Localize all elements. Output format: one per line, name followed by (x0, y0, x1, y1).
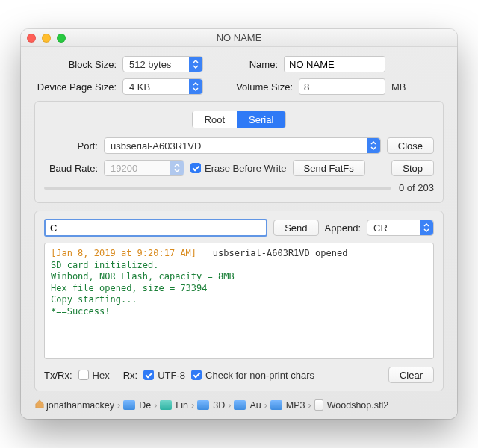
nonprint-checkbox[interactable]: Check for non-print chars (191, 370, 314, 381)
crumb-item[interactable]: Au (249, 400, 261, 411)
port-select[interactable]: usbserial-A603R1VD (104, 137, 381, 154)
command-input[interactable] (44, 219, 267, 237)
progress-text: 0 of 203 (399, 182, 434, 193)
crumb-item[interactable]: MP3 (286, 400, 305, 411)
home-icon (34, 399, 45, 411)
volume-size-label: Volume Size: (233, 81, 293, 93)
progress-bar (44, 187, 391, 190)
traffic-lights (27, 34, 66, 43)
terminal-timestamp: [Jan 8, 2019 at 9:20:17 AM] (51, 248, 196, 258)
top-row-1: Block Size: 512 bytes Name: (34, 56, 444, 72)
device-page-size-label: Device Page Size: (34, 81, 117, 93)
name-field[interactable] (284, 56, 385, 72)
chevron-updown-icon (189, 79, 202, 94)
append-select[interactable]: CR (367, 220, 434, 236)
folder-icon (234, 400, 246, 410)
name-label: Name: (233, 59, 278, 70)
utf8-checkbox[interactable]: UTF-8 (143, 370, 185, 381)
baud-rate-value: 19200 (111, 163, 137, 174)
breadcrumb: jonathanmackey › De › Lin › 3D › Au › MP… (34, 399, 444, 411)
stop-button[interactable]: Stop (391, 160, 434, 176)
clear-button[interactable]: Clear (388, 367, 434, 383)
terminal-open-msg: usbserial-A603R1VD opened (196, 248, 347, 258)
port-label: Port: (44, 140, 98, 152)
erase-before-write-label: Erase Before Write (205, 163, 287, 174)
block-size-select[interactable]: 512 bytes (122, 56, 203, 72)
content: Block Size: 512 bytes Name: Device Page … (21, 47, 457, 419)
append-value: CR (373, 223, 388, 234)
chevron-updown-icon (367, 138, 380, 153)
chevron-updown-icon (420, 220, 433, 235)
baud-rate-label: Baud Rate: (44, 163, 98, 174)
serial-panel: Root Serial Port: usbserial-A603R1VD Clo… (34, 101, 444, 203)
tab-serial[interactable]: Serial (237, 111, 285, 128)
document-icon (314, 399, 323, 411)
top-row-2: Device Page Size: 4 KB Volume Size: MB (34, 78, 444, 95)
crumb-item[interactable]: 3D (213, 400, 225, 411)
crumb-item[interactable]: De (139, 400, 151, 411)
crumb-home[interactable]: jonathanmackey (46, 400, 114, 411)
folder-icon (123, 400, 135, 410)
chevron-updown-icon (170, 161, 184, 175)
erase-before-write-checkbox[interactable]: Erase Before Write (190, 163, 287, 174)
rx-label: Rx: (123, 370, 138, 381)
folder-icon (270, 400, 282, 410)
minimize-icon[interactable] (42, 34, 51, 43)
crumb-file[interactable]: Woodshop.sfl2 (327, 400, 388, 411)
device-page-size-select[interactable]: 4 KB (122, 78, 203, 95)
append-label: Append: (325, 223, 361, 234)
port-value: usbserial-A603R1VD (111, 140, 201, 152)
txrx-label: Tx/Rx: (44, 370, 72, 381)
folder-icon (160, 400, 172, 410)
tab-group: Root Serial (192, 111, 287, 128)
crumb-item[interactable]: Lin (176, 400, 188, 411)
block-size-value: 512 bytes (129, 59, 171, 70)
window-title: NO NAME (217, 32, 262, 43)
terminal-lines: SD card initialized. Winbond, NOR Flash,… (51, 260, 235, 317)
close-icon[interactable] (27, 34, 36, 43)
send-button[interactable]: Send (273, 220, 318, 236)
block-size-label: Block Size: (34, 59, 117, 70)
volume-size-field[interactable] (299, 78, 385, 95)
close-button[interactable]: Close (387, 137, 434, 154)
volume-size-unit: MB (391, 81, 406, 93)
chevron-updown-icon (189, 57, 202, 72)
baud-rate-select: 19200 (104, 160, 184, 176)
device-page-size-value: 4 KB (129, 81, 150, 93)
terminal-output: [Jan 8, 2019 at 9:20:17 AM] usbserial-A6… (44, 243, 434, 359)
progress-row: 0 of 203 (44, 182, 434, 193)
folder-icon (197, 400, 209, 410)
send-fatfs-button[interactable]: Send FatFs (293, 160, 365, 176)
titlebar: NO NAME (21, 29, 457, 47)
zoom-icon[interactable] (57, 34, 66, 43)
app-window: NO NAME Block Size: 512 bytes Name: Devi… (21, 29, 457, 419)
terminal-panel: Send Append: CR [Jan 8, 2019 at 9:20:17 … (34, 211, 444, 391)
hex-checkbox[interactable]: Hex (78, 370, 110, 381)
tab-root[interactable]: Root (193, 111, 237, 128)
